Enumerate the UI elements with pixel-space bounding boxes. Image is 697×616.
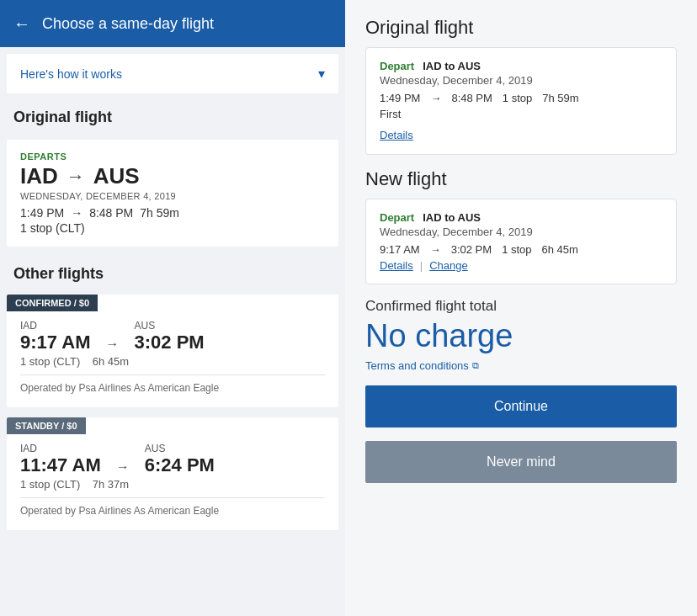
- continue-button[interactable]: Continue: [365, 385, 677, 427]
- right-new-card: Depart IAD to AUS Wednesday, December 4,…: [365, 199, 677, 284]
- right-new-duration: 6h 45m: [542, 243, 578, 256]
- confirmed-from-code: IAD: [20, 320, 91, 332]
- page-title: Choose a same-day flight: [42, 15, 214, 33]
- original-flight-card: DEPARTS IAD → AUS WEDNESDAY, DECEMBER 4,…: [7, 140, 338, 247]
- right-new-depart-time: 9:17 AM: [380, 243, 420, 256]
- standby-stops: 1 stop (CLT): [20, 478, 80, 491]
- right-new-arrow: →: [430, 243, 441, 256]
- right-new-arrive-time: 3:02 PM: [451, 243, 492, 256]
- right-original-date: Wednesday, December 4, 2019: [380, 74, 662, 87]
- confirmed-depart-time: 9:17 AM: [20, 332, 91, 353]
- confirmed-arrive-time: 3:02 PM: [135, 332, 205, 353]
- right-new-links-row: Details | Change: [380, 259, 662, 272]
- times-arrow: →: [71, 206, 82, 220]
- right-new-details-link[interactable]: Details: [380, 259, 413, 272]
- left-header: ← Choose a same-day flight: [0, 0, 345, 47]
- right-original-depart-label: Depart: [380, 60, 414, 72]
- standby-from-code: IAD: [20, 443, 101, 454]
- standby-depart-time: 11:47 AM: [20, 454, 101, 476]
- original-flight-section: Original flight: [0, 100, 345, 140]
- back-arrow-icon[interactable]: ←: [13, 14, 30, 34]
- standby-flight-body: IAD 11:47 AM → AUS 6:24 PM 1 stop (CLT) …: [7, 434, 338, 530]
- route-arrow-icon: →: [67, 166, 85, 188]
- confirmed-flight-body: IAD 9:17 AM → AUS 3:02 PM 1 stop (CLT) 6…: [7, 311, 338, 407]
- never-mind-button[interactable]: Never mind: [365, 441, 677, 483]
- other-flights-section: Other flights: [0, 257, 345, 295]
- other-flights-title: Other flights: [13, 265, 332, 283]
- left-scroll-area: Here's how it works ▾ Original flight DE…: [0, 47, 345, 616]
- confirmed-stops-duration: 1 stop (CLT) 6h 45m: [20, 355, 325, 368]
- left-panel: ← Choose a same-day flight Here's how it…: [0, 0, 345, 616]
- right-new-stops: 1 stop: [502, 243, 531, 256]
- how-it-works-bar[interactable]: Here's how it works ▾: [7, 54, 338, 93]
- how-it-works-link[interactable]: Here's how it works: [20, 67, 122, 81]
- original-duration: 7h 59m: [140, 206, 179, 220]
- confirmed-total-section: Confirmed flight total No charge Terms a…: [365, 298, 677, 372]
- original-stops: 1 stop (CLT): [20, 221, 325, 235]
- right-new-depart-row: Depart IAD to AUS: [380, 211, 662, 224]
- confirmed-to-code: AUS: [135, 320, 205, 332]
- standby-arrow: →: [116, 443, 130, 475]
- external-link-icon: ⧉: [472, 360, 479, 371]
- right-original-route: IAD to AUS: [423, 60, 481, 72]
- standby-to-code: AUS: [145, 443, 215, 454]
- terms-conditions-link[interactable]: Terms and conditions ⧉: [365, 359, 677, 372]
- right-original-arrive-time: 8:48 PM: [451, 92, 492, 104]
- terms-label: Terms and conditions: [365, 359, 469, 372]
- departs-label: DEPARTS: [20, 151, 325, 162]
- chevron-down-icon: ▾: [318, 66, 325, 82]
- no-charge-text: No charge: [365, 318, 677, 354]
- right-new-date: Wednesday, December 4, 2019: [380, 226, 662, 238]
- right-original-cabin: First: [380, 108, 662, 120]
- standby-to-col: AUS 6:24 PM: [145, 443, 215, 476]
- flight-option-confirmed[interactable]: CONFIRMED / $0 IAD 9:17 AM → AUS 3:02 PM…: [7, 295, 338, 407]
- original-depart-time: 1:49 PM: [20, 206, 64, 220]
- right-new-depart-label: Depart: [380, 211, 414, 224]
- standby-airports-row: IAD 11:47 AM → AUS 6:24 PM: [20, 443, 325, 476]
- confirmed-duration: 6h 45m: [93, 355, 129, 368]
- right-original-card: Depart IAD to AUS Wednesday, December 4,…: [365, 47, 677, 155]
- original-flight-times: 1:49 PM → 8:48 PM 7h 59m: [20, 206, 325, 220]
- standby-from-col: IAD 11:47 AM: [20, 443, 101, 476]
- flight-option-standby[interactable]: STANDBY / $0 IAD 11:47 AM → AUS 6:24 PM …: [7, 417, 338, 530]
- dest-code: AUS: [93, 163, 140, 189]
- confirmed-badge: CONFIRMED / $0: [7, 295, 98, 311]
- pipe-separator: |: [420, 259, 423, 272]
- confirmed-to-col: AUS 3:02 PM: [135, 320, 205, 353]
- right-original-arrow: →: [430, 92, 441, 104]
- original-flight-date: WEDNESDAY, DECEMBER 4, 2019: [20, 191, 325, 201]
- original-arrive-time: 8:48 PM: [89, 206, 133, 220]
- right-new-change-link[interactable]: Change: [429, 259, 468, 272]
- right-original-depart-time: 1:49 PM: [380, 92, 420, 104]
- right-original-section: Original flight Depart IAD to AUS Wednes…: [365, 17, 677, 155]
- standby-badge: STANDBY / $0: [7, 417, 86, 434]
- origin-code: IAD: [20, 163, 58, 189]
- confirmed-total-label: Confirmed flight total: [365, 298, 677, 315]
- right-original-title: Original flight: [365, 17, 677, 39]
- standby-duration: 7h 37m: [93, 478, 129, 491]
- right-new-title: New flight: [365, 168, 677, 190]
- confirmed-from-col: IAD 9:17 AM: [20, 320, 91, 353]
- standby-stops-duration: 1 stop (CLT) 7h 37m: [20, 478, 325, 491]
- confirmed-operated-by: Operated by Psa Airlines As American Eag…: [20, 382, 325, 397]
- right-new-section: New flight Depart IAD to AUS Wednesday, …: [365, 168, 677, 284]
- right-original-duration: 7h 59m: [542, 92, 578, 104]
- right-original-stops: 1 stop: [503, 92, 532, 104]
- right-panel: Original flight Depart IAD to AUS Wednes…: [345, 0, 697, 616]
- standby-arrive-time: 6:24 PM: [145, 454, 215, 476]
- confirmed-airports-row: IAD 9:17 AM → AUS 3:02 PM: [20, 320, 325, 353]
- original-flight-title: Original flight: [13, 109, 332, 126]
- route-row: IAD → AUS: [20, 163, 325, 189]
- right-original-times: 1:49 PM → 8:48 PM 1 stop 7h 59m: [380, 92, 662, 104]
- standby-operated-by: Operated by Psa Airlines As American Eag…: [20, 505, 325, 520]
- right-original-details-link[interactable]: Details: [380, 129, 413, 141]
- right-new-route: IAD to AUS: [423, 211, 481, 224]
- confirmed-arrow: →: [106, 320, 120, 352]
- right-new-times: 9:17 AM → 3:02 PM 1 stop 6h 45m: [380, 243, 662, 256]
- right-original-depart-row: Depart IAD to AUS: [380, 60, 662, 72]
- confirmed-stops: 1 stop (CLT): [20, 355, 80, 368]
